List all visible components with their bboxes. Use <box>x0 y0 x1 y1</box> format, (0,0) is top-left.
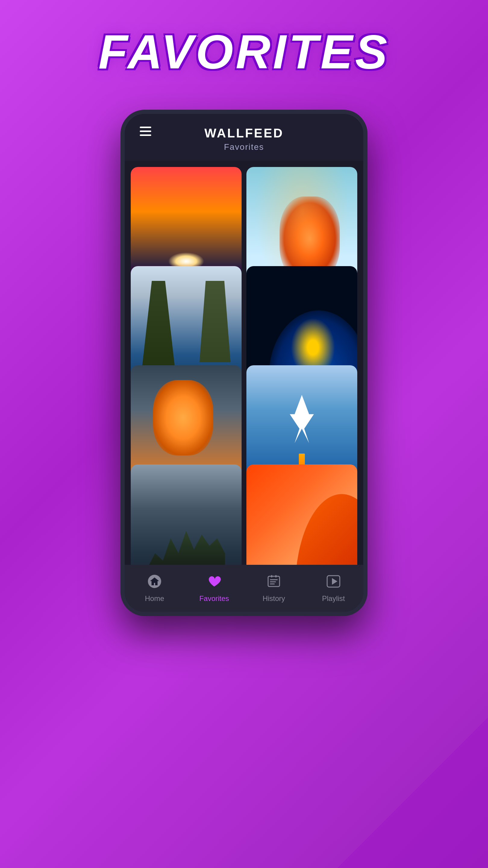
nav-label-history: History <box>263 594 285 603</box>
wallpaper-item[interactable] <box>247 464 357 565</box>
page-title: FAVORITES <box>98 24 390 80</box>
home-icon <box>144 571 165 592</box>
svg-rect-2 <box>270 579 278 580</box>
app-logo: WALLFEED <box>204 126 284 141</box>
nav-label-home: Home <box>145 594 164 603</box>
phone-frame: WALLFEED Favorites <box>121 110 367 616</box>
nav-item-history[interactable]: History <box>253 571 295 603</box>
nav-item-playlist[interactable]: Playlist <box>313 571 355 603</box>
hamburger-menu[interactable] <box>140 127 151 136</box>
svg-rect-5 <box>271 575 272 578</box>
svg-rect-6 <box>275 575 276 578</box>
phone-mockup: WALLFEED Favorites <box>121 110 367 616</box>
svg-rect-4 <box>270 584 275 584</box>
history-icon <box>263 571 284 592</box>
nav-item-home[interactable]: Home <box>133 571 175 603</box>
wallpaper-item[interactable] <box>131 464 241 565</box>
nav-item-favorites[interactable]: Favorites <box>193 571 235 603</box>
app-subtitle: Favorites <box>224 142 264 152</box>
nav-label-playlist: Playlist <box>322 594 345 603</box>
nav-label-favorites: Favorites <box>199 594 229 603</box>
bottom-navigation: Home Favorites <box>125 565 363 612</box>
app-header: WALLFEED Favorites <box>125 114 363 161</box>
playlist-icon <box>323 571 344 592</box>
wallpaper-grid <box>125 161 363 565</box>
svg-marker-8 <box>332 578 337 585</box>
heart-icon <box>204 571 225 592</box>
svg-rect-3 <box>270 581 276 582</box>
